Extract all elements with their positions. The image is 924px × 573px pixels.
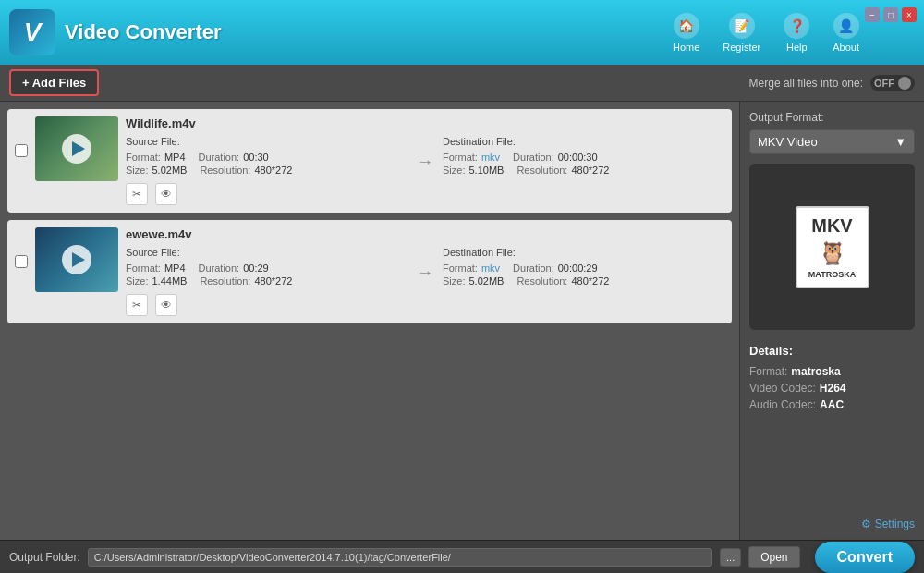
dest-info: Destination File: Format: mkv Duration: … (443, 247, 724, 286)
right-panel: Output Format: MKV Video ▼ MKV 🦉 MATROSK… (739, 102, 924, 540)
nav-buttons: 🏠 Home 📝 Register ❓ Help 👤 About (663, 8, 869, 57)
audio-codec-detail: Audio Codec: AAC (749, 398, 915, 411)
maximize-button[interactable]: □ (883, 7, 898, 22)
bottom-bar: Output Folder: ... Open Convert (0, 540, 924, 573)
play-icon (72, 252, 85, 267)
output-format-label: Output Format: (749, 111, 915, 124)
mkv-icon: MKV 🦉 MATROSKA (796, 206, 869, 288)
dest-size-row: Size: 5.02MB Resolution: 480*272 (443, 275, 724, 286)
file-name: Wildlife.m4v (126, 116, 724, 130)
source-format-row: Format: MP4 Duration: 00:30 (126, 152, 407, 163)
settings-link[interactable]: ⚙ Settings (749, 518, 915, 530)
source-label: Source File: (126, 247, 407, 258)
preview-button[interactable]: 👁 (155, 183, 177, 205)
format-detail: Format: matroska (749, 365, 915, 378)
play-button[interactable] (62, 245, 91, 274)
file-checkbox[interactable] (15, 144, 28, 157)
source-label: Source File: (126, 136, 407, 147)
file-actions: ✂ 👁 (126, 183, 724, 205)
about-icon: 👤 (833, 13, 859, 39)
gear-icon: ⚙ (861, 518, 871, 530)
mkv-logo: 🦉 (819, 240, 846, 266)
cut-button[interactable]: ✂ (126, 294, 148, 316)
dest-info: Destination File: Format: mkv Duration: … (443, 136, 724, 176)
source-info: Source File: Format: MP4 Duration: 00:29… (126, 247, 407, 286)
browse-button[interactable]: ... (720, 548, 741, 567)
matroska-text: MATROSKA (808, 270, 856, 279)
cut-button[interactable]: ✂ (126, 183, 148, 205)
source-format-row: Format: MP4 Duration: 00:29 (126, 262, 407, 274)
convert-button[interactable]: Convert (815, 542, 915, 573)
details-section: Details: Format: matroska Video Codec: H… (749, 344, 915, 415)
dest-format-row: Format: mkv Duration: 00:00:30 (443, 152, 724, 163)
file-item: ewewe.m4v Source File: Format: MP4 Durat… (7, 220, 732, 323)
details-title: Details: (749, 344, 915, 358)
format-dropdown[interactable]: MKV Video ▼ (749, 129, 915, 154)
dest-label: Destination File: (443, 247, 724, 258)
mkv-box: MKV 🦉 MATROSKA (796, 206, 869, 288)
play-icon (72, 141, 85, 156)
arrow-icon: → (411, 136, 439, 172)
register-icon: 📝 (729, 13, 755, 39)
title-bar: V Video Converter 🏠 Home 📝 Register ❓ He… (0, 0, 924, 65)
window-controls: − □ × (865, 7, 917, 22)
dest-size-row: Size: 5.10MB Resolution: 480*272 (443, 165, 724, 176)
nav-home[interactable]: 🏠 Home (663, 8, 709, 57)
output-folder-label: Output Folder: (9, 551, 80, 564)
file-actions: ✂ 👁 (126, 294, 724, 316)
file-checkbox[interactable] (15, 255, 28, 268)
dest-label: Destination File: (443, 136, 724, 147)
mkv-text: MKV (811, 215, 852, 237)
file-name: ewewe.m4v (126, 227, 724, 241)
main-content: Wildlife.m4v Source File: Format: MP4 Du… (0, 102, 924, 540)
app-logo: V (9, 9, 55, 55)
file-list: Wildlife.m4v Source File: Format: MP4 Du… (0, 102, 739, 540)
merge-label: Merge all files into one: OFF (749, 75, 915, 91)
source-size-row: Size: 1.44MB Resolution: 480*272 (126, 275, 407, 286)
file-info: ewewe.m4v Source File: Format: MP4 Durat… (126, 227, 724, 316)
format-icon-area: MKV 🦉 MATROSKA (749, 164, 915, 330)
file-details: Source File: Format: MP4 Duration: 00:30… (126, 136, 724, 176)
source-info: Source File: Format: MP4 Duration: 00:30… (126, 136, 407, 176)
preview-button[interactable]: 👁 (155, 294, 177, 316)
file-thumbnail (35, 227, 118, 292)
merge-toggle[interactable]: OFF (870, 75, 915, 91)
app-title: Video Converter (65, 20, 663, 44)
file-details: Source File: Format: MP4 Duration: 00:29… (126, 247, 724, 286)
nav-register[interactable]: 📝 Register (713, 8, 770, 57)
dest-format-row: Format: mkv Duration: 00:00:29 (443, 262, 724, 274)
play-button[interactable] (62, 134, 91, 164)
nav-help[interactable]: ❓ Help (774, 8, 819, 57)
close-button[interactable]: × (902, 7, 917, 22)
help-icon: ❓ (784, 13, 809, 39)
video-codec-detail: Video Codec: H264 (749, 382, 915, 395)
add-files-button[interactable]: + Add Files (9, 69, 99, 96)
output-path-input[interactable] (88, 548, 712, 567)
arrow-icon: → (411, 247, 439, 283)
file-info: Wildlife.m4v Source File: Format: MP4 Du… (126, 116, 724, 205)
toolbar: + Add Files Merge all files into one: OF… (0, 65, 924, 102)
file-thumbnail (35, 116, 118, 181)
home-icon: 🏠 (674, 13, 699, 39)
toggle-circle (898, 77, 911, 90)
source-size-row: Size: 5.02MB Resolution: 480*272 (126, 165, 407, 176)
toggle-off-label: OFF (874, 78, 894, 89)
minimize-button[interactable]: − (865, 7, 880, 22)
chevron-down-icon: ▼ (894, 135, 906, 149)
open-button[interactable]: Open (748, 546, 799, 568)
logo-letter: V (24, 18, 42, 47)
nav-about[interactable]: 👤 About (823, 8, 869, 57)
file-item: Wildlife.m4v Source File: Format: MP4 Du… (7, 109, 732, 213)
